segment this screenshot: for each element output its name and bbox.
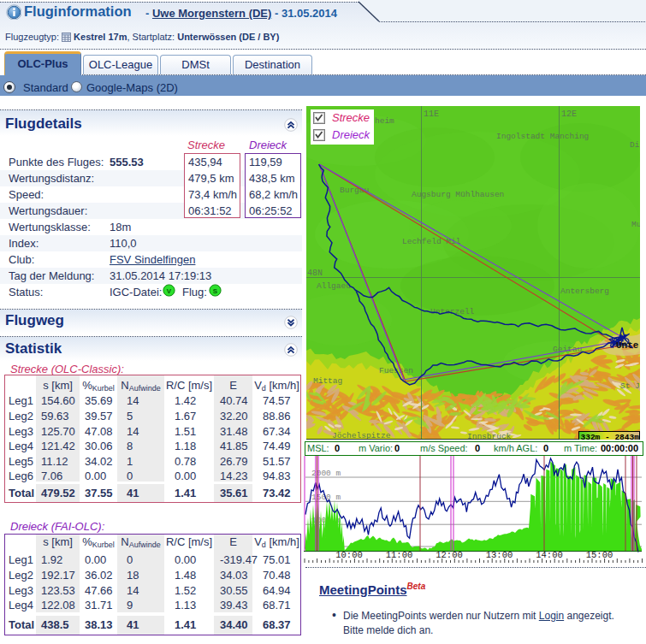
svg-text:12E: 12E (561, 109, 577, 119)
svg-text:Innsbruck: Innsbruck (467, 432, 512, 440)
svg-text:S: S (213, 287, 218, 295)
svg-text:Augsburg Mühlhausen: Augsburg Mühlhausen (412, 190, 504, 199)
svg-text:10:00: 10:00 (335, 550, 363, 560)
svg-text:12:00: 12:00 (436, 550, 463, 560)
svg-text:332m - 2843m: 332m - 2843m (581, 433, 640, 440)
svg-text:14:00: 14:00 (536, 550, 563, 560)
svg-text:St Jo: St Jo (620, 381, 640, 391)
svg-text:Jöchelspitze: Jöchelspitze (332, 431, 391, 440)
svg-text:15:00: 15:00 (586, 550, 613, 560)
svg-text:Unterzell: Unterzell (430, 307, 475, 316)
svg-text:Din: Din (630, 140, 640, 150)
svg-text:Mittag: Mittag (313, 376, 342, 386)
svg-text:Allgaeu: Allgaeu (317, 281, 351, 291)
svg-text:heim: heim (375, 116, 394, 126)
svg-text:11E: 11E (424, 109, 439, 119)
svg-text:Dreieck: Dreieck (332, 128, 371, 141)
svg-text:13:00: 13:00 (486, 550, 513, 560)
svg-text:11:00: 11:00 (386, 550, 413, 560)
svg-text:Antersberg: Antersberg (560, 287, 609, 296)
svg-text:Ingolstadt Manching: Ingolstadt Manching (496, 132, 589, 141)
svg-text:Unte: Unte (616, 340, 639, 351)
svg-text:V: V (167, 287, 172, 295)
svg-text:Mu: Mu (631, 220, 640, 229)
svg-text:Strecke: Strecke (332, 111, 370, 124)
svg-text:48N: 48N (307, 269, 323, 278)
